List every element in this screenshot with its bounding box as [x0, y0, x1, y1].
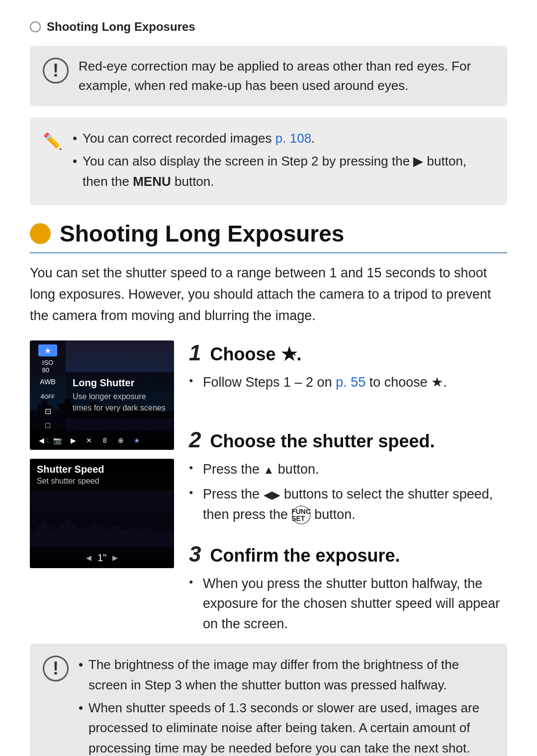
main-content: ★ ISO80 AWB 4OFF ⊡ □ iL Long Shutter Use… [30, 340, 507, 639]
step3-content: 3 Confirm the exposure. When you press t… [189, 542, 507, 639]
link-p108[interactable]: p. 108 [275, 131, 311, 146]
step1-heading: 1 Choose ★̣. [189, 340, 507, 365]
camera-screens: ★ ISO80 AWB 4OFF ⊡ □ iL Long Shutter Use… [30, 340, 174, 568]
cam-bot-icon-4: 8 [98, 435, 111, 446]
step3-number: 3 [189, 542, 201, 566]
bottom-warning-box: ! The brightness of the image may differ… [30, 644, 507, 756]
link-p55[interactable]: p. 55 [336, 375, 365, 390]
breadcrumb: Shooting Long Exposures [30, 20, 507, 34]
cam-bg-2: Shutter Speed Set shutter speed ◀ 1" ▶ [30, 459, 174, 568]
step1-content: 1 Choose ★̣. Follow Steps 1 – 2 on p. 55… [189, 340, 507, 398]
breadcrumb-circle [30, 21, 41, 32]
steps-right-col: 1 Choose ★̣. Follow Steps 1 – 2 on p. 55… [189, 340, 507, 639]
cam-bot-icon-5: ⊕ [114, 435, 127, 446]
step2-heading: 2 Choose the shutter speed. [189, 427, 507, 452]
cam-menu-title-1: Long Shutter [73, 377, 167, 389]
cam-bot-arrow-l: ◀ [35, 435, 48, 446]
bottom-warning-icon: ! [43, 656, 69, 681]
step2-number: 2 [189, 427, 201, 452]
page-container: Shooting Long Exposures ! Red-eye correc… [0, 0, 537, 756]
cam-icon-bracket: ⊡ [38, 405, 57, 417]
cam-cityline-2 [30, 513, 174, 543]
breadcrumb-label: Shooting Long Exposures [47, 20, 195, 34]
cam-bot-icon-1: 📷 [51, 435, 64, 446]
step2-bullet-1: Press the ▲ button. [189, 459, 507, 480]
cam-bottom-bar-1: ◀ 📷 ▶ ✕ 8 ⊕ ★ [30, 431, 174, 450]
top-note-item-1: You can correct recorded images p. 108. [73, 128, 494, 148]
cam-menu-box-1: Long Shutter Use longer exposure times f… [66, 372, 174, 419]
section-description: You can set the shutter speed to a range… [30, 262, 507, 327]
camera-screen-2: Shutter Speed Set shutter speed ◀ 1" ▶ [30, 459, 174, 568]
section-title: Shooting Long Exposures [60, 220, 344, 247]
step3-heading: 3 Confirm the exposure. [189, 542, 507, 567]
cam-icon-iso: ISO80 [38, 359, 57, 373]
cam-bot-icon-2: ▶ [67, 435, 80, 446]
section-circle-icon [30, 223, 51, 244]
step2-bullets: Press the ▲ button. Press the ◀▶ buttons… [189, 459, 507, 525]
camera-screen-1: ★ ISO80 AWB 4OFF ⊡ □ iL Long Shutter Use… [30, 340, 174, 450]
cam-triangle-left: ◀ [86, 554, 91, 562]
func-set-button: FUNCSET [292, 505, 311, 524]
cam-bot-icon-star: ★ [130, 435, 143, 446]
bottom-warning-content: The brightness of the image may differ f… [79, 655, 494, 756]
cam-triangle-right: ▶ [112, 554, 118, 562]
bottom-notes: ! The brightness of the image may differ… [30, 644, 507, 756]
step2-bullet-2: Press the ◀▶ buttons to select the shutt… [189, 484, 507, 524]
steps-combined-row: ★ ISO80 AWB 4OFF ⊡ □ iL Long Shutter Use… [30, 340, 507, 639]
cam-shutter-value: ◀ 1" ▶ [30, 547, 174, 568]
cam-shutter-overlay: Shutter Speed Set shutter speed [30, 459, 174, 491]
warning-icon: ! [43, 58, 69, 84]
step1-bullet-1: Follow Steps 1 – 2 on p. 55 to choose ★̣… [189, 372, 507, 393]
arrow-lr-icon: ◀▶ [264, 489, 280, 502]
cam-bot-icon-3: ✕ [83, 435, 95, 446]
cam-menu-desc-1: Use longer exposure times for very dark … [73, 391, 167, 414]
top-warning-content: Red-eye correction may be applied to are… [79, 57, 494, 95]
cam-bg-1: ★ ISO80 AWB 4OFF ⊡ □ iL Long Shutter Use… [30, 340, 174, 450]
cam-shutter-time: 1" [97, 552, 106, 564]
step1-bullets: Follow Steps 1 – 2 on p. 55 to choose ★̣… [189, 372, 507, 393]
step3-bullets: When you press the shutter button halfwa… [189, 574, 507, 634]
step3-bullet-1: When you press the shutter button halfwa… [189, 574, 507, 634]
arrow-up-icon: ▲ [264, 464, 274, 476]
cam-icon-awb: AWB [38, 376, 57, 388]
step2-content: 2 Choose the shutter speed. Press the ▲ … [189, 427, 507, 530]
top-note-item-2: You can also display the screen in Step … [73, 151, 494, 191]
top-warning-text: Red-eye correction may be applied to are… [79, 59, 471, 93]
step1-number: 1 [189, 340, 201, 365]
top-pencil-box: ✏️ You can correct recorded images p. 10… [30, 117, 507, 205]
top-notes-list: You can correct recorded images p. 108. … [73, 128, 494, 191]
bottom-warning-item-2: When shutter speeds of 1.3 seconds or sl… [79, 698, 494, 756]
cam-shutter-title: Shutter Speed [37, 464, 167, 475]
cam-shutter-desc: Set shutter speed [37, 477, 167, 486]
pencil-icon: ✏️ [43, 129, 63, 153]
cam-icon-square: □ [38, 420, 57, 431]
bottom-warning-item-1: The brightness of the image may differ f… [79, 655, 494, 695]
bottom-warning-list: The brightness of the image may differ f… [79, 655, 494, 756]
top-pencil-content: You can correct recorded images p. 108. … [73, 128, 494, 194]
cam-icon-4off: 4OFF [38, 391, 57, 402]
cam-icon-star: ★ [38, 344, 57, 356]
top-warning-box: ! Red-eye correction may be applied to a… [30, 46, 507, 106]
section-heading: Shooting Long Exposures [30, 220, 507, 253]
